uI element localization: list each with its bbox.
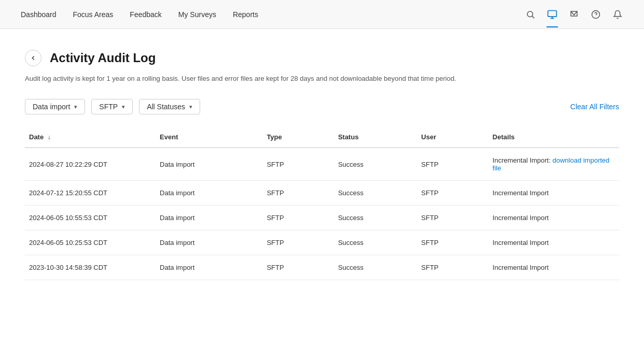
filter-status-dropdown[interactable]: All Statuses ▾ [139,99,200,114]
col-header-date[interactable]: Date ↓ [25,127,156,148]
filter-status-label: All Statuses [147,103,185,111]
nav-dashboard[interactable]: Dashboard [21,8,57,21]
cell-status: Success [334,230,417,255]
col-header-user: User [417,127,488,148]
page-header: Activity Audit Log [25,50,619,66]
table-header: Date ↓ Event Type Status User Details [25,127,619,148]
filter-type-label: SFTP [99,103,118,111]
chevron-down-icon: ▾ [189,104,192,110]
cell-details: Incremental Import: download imported fi… [488,148,619,181]
top-navigation: Dashboard Focus Areas Feedback My Survey… [0,0,644,29]
cell-user: SFTP [417,181,488,206]
svg-line-1 [532,16,534,18]
col-header-details: Details [488,127,619,148]
table-body: 2024-08-27 10:22:29 CDTData importSFTPSu… [25,148,619,280]
cell-date: 2024-07-12 15:20:55 CDT [25,181,156,206]
chevron-down-icon: ▾ [74,104,77,110]
cell-type: SFTP [262,148,334,181]
cell-date: 2023-10-30 14:58:39 CDT [25,255,156,280]
col-header-type: Type [262,127,334,148]
cell-event: Data import [156,206,262,230]
svg-rect-2 [548,10,557,17]
cell-type: SFTP [262,181,334,206]
cell-type: SFTP [262,255,334,280]
cell-date: 2024-06-05 10:25:53 CDT [25,230,156,255]
clear-all-filters-button[interactable]: Clear All Filters [570,103,619,111]
cell-details: Incremental Import [488,206,619,230]
nav-reports[interactable]: Reports [233,8,258,21]
cell-status: Success [334,206,417,230]
cell-event: Data import [156,148,262,181]
table-row: 2024-06-05 10:55:53 CDTData importSFTPSu… [25,206,619,230]
cell-status: Success [334,255,417,280]
cell-details: Incremental Import [488,181,619,206]
table-row: 2024-06-05 10:25:53 CDTData importSFTPSu… [25,230,619,255]
notification-icon[interactable] [612,9,623,20]
page-subtitle: Audit log activity is kept for 1 year on… [25,75,619,82]
back-button[interactable] [25,50,41,66]
cell-event: Data import [156,230,262,255]
cell-details: Incremental Import [488,255,619,280]
cell-user: SFTP [417,206,488,230]
col-header-event: Event [156,127,262,148]
nav-my-surveys[interactable]: My Surveys [178,8,216,21]
audit-log-table: Date ↓ Event Type Status User Details 20… [25,127,619,280]
search-icon[interactable] [525,9,536,20]
download-link[interactable]: download imported file [493,156,609,172]
cell-user: SFTP [417,148,488,181]
table-row: 2024-07-12 15:20:55 CDTData importSFTPSu… [25,181,619,206]
filter-event-dropdown[interactable]: Data import ▾ [25,99,85,114]
cell-user: SFTP [417,230,488,255]
nav-focus-areas[interactable]: Focus Areas [73,8,114,21]
chevron-down-icon: ▾ [122,104,125,110]
cell-type: SFTP [262,206,334,230]
help-icon[interactable] [590,9,601,20]
cell-event: Data import [156,181,262,206]
cell-event: Data import [156,255,262,280]
nav-links: Dashboard Focus Areas Feedback My Survey… [21,8,525,21]
cell-details: Incremental Import [488,230,619,255]
cell-type: SFTP [262,230,334,255]
sort-arrow-icon: ↓ [48,134,51,141]
main-content: Activity Audit Log Audit log activity is… [0,29,644,301]
svg-point-0 [527,11,533,17]
cell-status: Success [334,181,417,206]
filter-type-dropdown[interactable]: SFTP ▾ [91,99,133,114]
page-title: Activity Audit Log [50,51,156,65]
filters-row: Data import ▾ SFTP ▾ All Statuses ▾ Clea… [25,99,619,114]
inbox-icon[interactable] [568,9,580,20]
cell-user: SFTP [417,255,488,280]
nav-feedback[interactable]: Feedback [130,8,161,21]
table-row: 2024-08-27 10:22:29 CDTData importSFTPSu… [25,148,619,181]
monitor-icon[interactable] [547,9,558,20]
cell-date: 2024-06-05 10:55:53 CDT [25,206,156,230]
cell-status: Success [334,148,417,181]
col-header-status: Status [334,127,417,148]
filter-event-label: Data import [33,103,70,111]
table-row: 2023-10-30 14:58:39 CDTData importSFTPSu… [25,255,619,280]
cell-date: 2024-08-27 10:22:29 CDT [25,148,156,181]
nav-icon-group [525,9,623,20]
